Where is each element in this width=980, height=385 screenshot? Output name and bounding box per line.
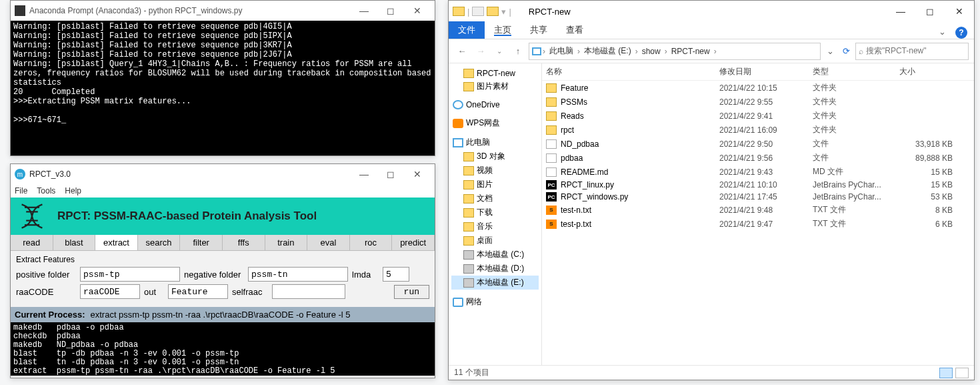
- app-title: RPCT_v3.0: [29, 169, 71, 179]
- tree-node[interactable]: 图片素材: [451, 79, 539, 93]
- minimize-button[interactable]: —: [886, 1, 915, 21]
- col-size[interactable]: 大小: [899, 66, 953, 77]
- close-button[interactable]: ✕: [945, 1, 974, 21]
- file-row[interactable]: rpct2021/4/21 16:09文件夹: [542, 123, 974, 137]
- qat-overflow[interactable]: ▾: [501, 7, 506, 17]
- view-icons-button[interactable]: [955, 368, 969, 378]
- file-row[interactable]: Stest-p.txt2021/4/21 9:47TXT 文件6 KB: [542, 217, 974, 231]
- close-button[interactable]: ✕: [404, 1, 431, 20]
- folder-icon[interactable]: [487, 7, 499, 16]
- col-name[interactable]: 名称: [546, 66, 719, 77]
- file-row[interactable]: PSSMs2021/4/22 9:55文件夹: [542, 95, 974, 109]
- search-placeholder: 搜索"RPCT-new": [866, 45, 927, 57]
- nav-up-button[interactable]: ↑: [510, 43, 526, 59]
- address-bar[interactable]: › 此电脑›本地磁盘 (E:)›show›RPCT-new›: [529, 43, 821, 60]
- tree-node[interactable]: 3D 对象: [451, 149, 539, 163]
- col-date[interactable]: 修改日期: [719, 66, 813, 77]
- file-row[interactable]: Stest-n.txt2021/4/21 9:48TXT 文件8 KB: [542, 203, 974, 217]
- ribbon-tab-view[interactable]: 查看: [557, 21, 593, 39]
- tree-node[interactable]: 音乐: [451, 220, 539, 234]
- file-type: TXT 文件: [813, 218, 899, 230]
- explorer-titlebar[interactable]: | ▾ | RPCT-new — ◻ ✕: [449, 1, 974, 22]
- col-type[interactable]: 类型: [813, 66, 899, 77]
- nav-back-button[interactable]: ←: [454, 43, 470, 59]
- file-row[interactable]: Reads2021/4/22 9:41文件夹: [542, 109, 974, 123]
- tab-extract[interactable]: extract: [95, 235, 138, 250]
- out-input[interactable]: [168, 284, 228, 299]
- search-box[interactable]: ⌕ 搜索"RPCT-new": [855, 43, 969, 60]
- ribbon-expand-icon[interactable]: ⌄: [939, 27, 946, 39]
- addr-dropdown[interactable]: ⌄: [823, 43, 837, 59]
- tree-node[interactable]: WPS网盘: [451, 116, 539, 130]
- tab-read[interactable]: read: [11, 235, 53, 250]
- file-row[interactable]: README.md2021/4/21 9:43MD 文件15 KB: [542, 165, 974, 179]
- file-type: 文件夹: [813, 96, 899, 107]
- refresh-button[interactable]: ⟳: [839, 43, 853, 59]
- minimize-button[interactable]: —: [351, 1, 377, 20]
- tab-search[interactable]: search: [138, 235, 181, 250]
- maximize-button[interactable]: ◻: [377, 1, 404, 20]
- lmda-input[interactable]: [383, 267, 409, 282]
- ribbon-tab-file[interactable]: 文件: [449, 21, 485, 39]
- tree-node[interactable]: 桌面: [451, 234, 539, 248]
- tab-blast[interactable]: blast: [53, 235, 96, 250]
- close-button[interactable]: ✕: [404, 165, 431, 183]
- tree-node-label: 3D 对象: [477, 151, 505, 162]
- nav-recent-button[interactable]: ⌄: [491, 43, 507, 59]
- tree-node[interactable]: 文档: [451, 191, 539, 206]
- terminal-output[interactable]: Warning: [psiblast] Failed to retrieve s…: [11, 21, 435, 155]
- tree-node[interactable]: 本地磁盘 (D:): [451, 262, 539, 276]
- positive-folder-input[interactable]: [80, 267, 180, 282]
- menu-file[interactable]: File: [15, 186, 27, 196]
- view-details-button[interactable]: [939, 368, 953, 378]
- file-row[interactable]: PCRPCT_windows.py2021/4/21 17:45JetBrain…: [542, 191, 974, 203]
- maximize-button[interactable]: ◻: [377, 165, 404, 183]
- tree-node-label: 图片: [477, 179, 493, 190]
- lmda-label: lmda: [352, 270, 379, 280]
- minimize-button[interactable]: —: [351, 165, 377, 183]
- folder-tree[interactable]: RPCT-new图片素材OneDriveWPS网盘此电脑3D 对象视频图片文档下…: [449, 63, 542, 365]
- tree-node[interactable]: 下载: [451, 206, 539, 220]
- file-row[interactable]: Feature2021/4/22 10:15文件夹: [542, 81, 974, 95]
- folder-icon: [463, 236, 474, 246]
- tree-node[interactable]: RPCT-new: [451, 67, 539, 79]
- tree-node[interactable]: 视频: [451, 163, 539, 177]
- nav-forward-button[interactable]: →: [473, 43, 489, 59]
- run-button[interactable]: run: [394, 285, 429, 299]
- file-row[interactable]: pdbaa2021/4/21 9:56文件89,888 KB: [542, 151, 974, 165]
- maximize-button[interactable]: ◻: [915, 1, 945, 21]
- menu-help[interactable]: Help: [65, 186, 81, 196]
- cmd-titlebar[interactable]: Anaconda Prompt (Anaconda3) - python RPC…: [11, 1, 435, 21]
- file-type: 文件: [813, 152, 899, 163]
- selfraac-input[interactable]: [272, 284, 345, 299]
- ribbon-tab-share[interactable]: 共享: [521, 21, 557, 39]
- file-row[interactable]: ND_pdbaa2021/4/22 9:50文件33,918 KB: [542, 137, 974, 151]
- file-header[interactable]: 名称 修改日期 类型 大小: [542, 63, 974, 81]
- file-date: 2021/4/21 16:09: [719, 125, 813, 135]
- tree-node[interactable]: OneDrive: [451, 99, 539, 111]
- tab-fffs[interactable]: fffs: [223, 235, 265, 250]
- tab-predict[interactable]: predict: [392, 235, 435, 250]
- breadcrumb-segment[interactable]: 本地磁盘 (E:): [581, 45, 634, 57]
- menu-tools[interactable]: Tools: [37, 186, 55, 196]
- tree-node[interactable]: 本地磁盘 (C:): [451, 248, 539, 262]
- negative-folder-input[interactable]: [248, 267, 348, 282]
- tab-eval[interactable]: eval: [307, 235, 350, 250]
- help-icon[interactable]: ?: [955, 27, 967, 39]
- tree-node[interactable]: 本地磁盘 (E:): [451, 276, 539, 290]
- breadcrumb-segment[interactable]: 此电脑: [547, 45, 576, 57]
- file-row[interactable]: PCRPCT_linux.py2021/4/21 10:10JetBrains …: [542, 179, 974, 191]
- app-log[interactable]: makedb pdbaa -o pdbaa checkdb pdbaa make…: [11, 322, 435, 376]
- tab-train[interactable]: train: [265, 235, 308, 250]
- doc-icon[interactable]: [472, 7, 484, 16]
- breadcrumb-segment[interactable]: RPCT-new: [669, 47, 713, 56]
- tab-roc[interactable]: roc: [350, 235, 393, 250]
- ribbon-tab-home[interactable]: 主页: [485, 21, 521, 39]
- breadcrumb-segment[interactable]: show: [639, 47, 663, 56]
- raacode-input[interactable]: [80, 284, 140, 299]
- app-titlebar[interactable]: m RPCT_v3.0 — ◻ ✕: [11, 164, 435, 184]
- tab-filter[interactable]: filter: [180, 235, 223, 250]
- tree-node[interactable]: 网络: [451, 295, 539, 309]
- tree-node[interactable]: 此电脑: [451, 135, 539, 149]
- tree-node[interactable]: 图片: [451, 177, 539, 191]
